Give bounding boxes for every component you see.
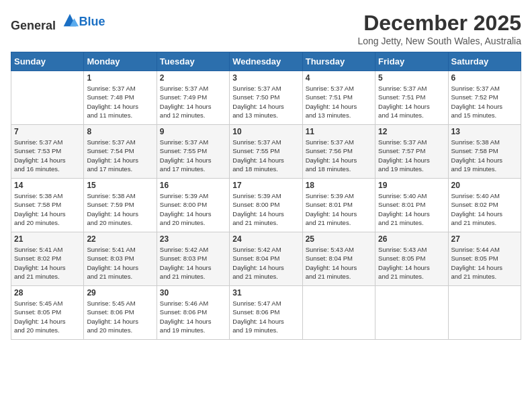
day-number: 16 (160, 181, 226, 190)
day-number: 11 (306, 127, 372, 136)
calendar-cell: 9Sunrise: 5:37 AM Sunset: 7:55 PM Daylig… (157, 125, 229, 179)
calendar-cell: 17Sunrise: 5:39 AM Sunset: 8:00 PM Dayli… (230, 179, 302, 232)
day-number: 12 (378, 127, 445, 136)
day-info: Sunrise: 5:37 AM Sunset: 7:51 PM Dayligh… (306, 84, 372, 120)
day-info: Sunrise: 5:37 AM Sunset: 7:50 PM Dayligh… (232, 84, 299, 120)
day-info: Sunrise: 5:37 AM Sunset: 7:54 PM Dayligh… (87, 138, 153, 173)
calendar-cell (11, 71, 84, 125)
calendar-cell: 20Sunrise: 5:40 AM Sunset: 8:02 PM Dayli… (448, 179, 521, 232)
day-info: Sunrise: 5:37 AM Sunset: 7:48 PM Dayligh… (87, 84, 153, 120)
day-info: Sunrise: 5:41 AM Sunset: 8:03 PM Dayligh… (87, 245, 153, 281)
day-number: 30 (160, 288, 226, 298)
month-title: December 2025 (357, 11, 521, 36)
calendar-cell (302, 286, 375, 340)
day-number: 7 (14, 127, 81, 136)
calendar-cell: 21Sunrise: 5:41 AM Sunset: 8:02 PM Dayli… (11, 232, 84, 286)
calendar-cell: 13Sunrise: 5:38 AM Sunset: 7:58 PM Dayli… (448, 125, 521, 179)
calendar-week-row: 28Sunrise: 5:45 AM Sunset: 8:05 PM Dayli… (11, 286, 521, 340)
day-number: 31 (232, 288, 299, 298)
day-info: Sunrise: 5:42 AM Sunset: 8:04 PM Dayligh… (232, 245, 299, 281)
day-number: 27 (451, 234, 518, 244)
day-info: Sunrise: 5:40 AM Sunset: 8:02 PM Dayligh… (451, 191, 518, 227)
day-info: Sunrise: 5:37 AM Sunset: 7:53 PM Dayligh… (14, 138, 81, 173)
day-number: 25 (306, 234, 372, 244)
calendar-cell: 16Sunrise: 5:39 AM Sunset: 8:00 PM Dayli… (157, 179, 229, 232)
calendar-cell: 27Sunrise: 5:44 AM Sunset: 8:05 PM Dayli… (448, 232, 521, 286)
day-info: Sunrise: 5:37 AM Sunset: 7:55 PM Dayligh… (232, 138, 299, 173)
day-number: 1 (87, 73, 153, 83)
calendar-week-row: 21Sunrise: 5:41 AM Sunset: 8:02 PM Dayli… (11, 232, 521, 286)
calendar-cell: 23Sunrise: 5:42 AM Sunset: 8:03 PM Dayli… (157, 232, 229, 286)
calendar-cell: 19Sunrise: 5:40 AM Sunset: 8:01 PM Dayli… (375, 179, 448, 232)
day-info: Sunrise: 5:37 AM Sunset: 7:49 PM Dayligh… (160, 84, 226, 120)
day-info: Sunrise: 5:39 AM Sunset: 8:00 PM Dayligh… (232, 191, 299, 227)
day-number: 6 (451, 73, 518, 83)
day-number: 18 (306, 181, 372, 190)
calendar-cell: 14Sunrise: 5:38 AM Sunset: 7:58 PM Dayli… (11, 179, 84, 232)
day-number: 17 (232, 181, 299, 190)
day-number: 13 (451, 127, 518, 136)
calendar-cell: 26Sunrise: 5:43 AM Sunset: 8:05 PM Dayli… (375, 232, 448, 286)
day-number: 20 (451, 181, 518, 190)
calendar-weekday-header: Tuesday (157, 52, 229, 71)
day-number: 9 (160, 127, 226, 136)
day-info: Sunrise: 5:42 AM Sunset: 8:03 PM Dayligh… (160, 245, 226, 281)
calendar-cell: 3Sunrise: 5:37 AM Sunset: 7:50 PM Daylig… (230, 71, 302, 125)
calendar-cell: 22Sunrise: 5:41 AM Sunset: 8:03 PM Dayli… (84, 232, 157, 286)
logo-blue: Blue (79, 15, 105, 28)
day-info: Sunrise: 5:38 AM Sunset: 7:58 PM Dayligh… (451, 138, 518, 173)
calendar-cell: 12Sunrise: 5:37 AM Sunset: 7:57 PM Dayli… (375, 125, 448, 179)
calendar-cell: 10Sunrise: 5:37 AM Sunset: 7:55 PM Dayli… (230, 125, 302, 179)
day-number: 8 (87, 127, 153, 136)
calendar-cell: 28Sunrise: 5:45 AM Sunset: 8:05 PM Dayli… (11, 286, 84, 340)
calendar-cell: 18Sunrise: 5:39 AM Sunset: 8:01 PM Dayli… (302, 179, 375, 232)
day-number: 19 (378, 181, 445, 190)
page-header: General Blue December 2025 Long Jetty, N… (11, 11, 521, 46)
calendar-week-row: 1Sunrise: 5:37 AM Sunset: 7:48 PM Daylig… (11, 71, 521, 125)
logo: General Blue (11, 11, 105, 33)
calendar-week-row: 7Sunrise: 5:37 AM Sunset: 7:53 PM Daylig… (11, 125, 521, 179)
day-number: 3 (232, 73, 299, 83)
day-info: Sunrise: 5:38 AM Sunset: 7:58 PM Dayligh… (14, 191, 81, 227)
logo-icon (60, 11, 79, 30)
calendar-cell (375, 286, 448, 340)
calendar-cell: 11Sunrise: 5:37 AM Sunset: 7:56 PM Dayli… (302, 125, 375, 179)
day-info: Sunrise: 5:38 AM Sunset: 7:59 PM Dayligh… (87, 191, 153, 227)
calendar-weekday-header: Sunday (11, 52, 84, 71)
calendar-cell: 2Sunrise: 5:37 AM Sunset: 7:49 PM Daylig… (157, 71, 229, 125)
day-info: Sunrise: 5:39 AM Sunset: 8:00 PM Dayligh… (160, 191, 226, 227)
calendar-week-row: 14Sunrise: 5:38 AM Sunset: 7:58 PM Dayli… (11, 179, 521, 232)
day-number: 29 (87, 288, 153, 298)
calendar-cell: 8Sunrise: 5:37 AM Sunset: 7:54 PM Daylig… (84, 125, 157, 179)
day-number: 22 (87, 234, 153, 244)
day-info: Sunrise: 5:43 AM Sunset: 8:05 PM Dayligh… (378, 245, 445, 281)
calendar-cell: 29Sunrise: 5:45 AM Sunset: 8:06 PM Dayli… (84, 286, 157, 340)
day-info: Sunrise: 5:45 AM Sunset: 8:06 PM Dayligh… (87, 299, 153, 334)
calendar-cell: 24Sunrise: 5:42 AM Sunset: 8:04 PM Dayli… (230, 232, 302, 286)
day-info: Sunrise: 5:46 AM Sunset: 8:06 PM Dayligh… (160, 299, 226, 334)
calendar-weekday-header: Wednesday (230, 52, 302, 71)
day-number: 23 (160, 234, 226, 244)
calendar-cell: 7Sunrise: 5:37 AM Sunset: 7:53 PM Daylig… (11, 125, 84, 179)
calendar-cell: 15Sunrise: 5:38 AM Sunset: 7:59 PM Dayli… (84, 179, 157, 232)
calendar-cell: 25Sunrise: 5:43 AM Sunset: 8:04 PM Dayli… (302, 232, 375, 286)
day-number: 21 (14, 234, 81, 244)
day-number: 24 (232, 234, 299, 244)
calendar-cell: 6Sunrise: 5:37 AM Sunset: 7:52 PM Daylig… (448, 71, 521, 125)
calendar-cell: 5Sunrise: 5:37 AM Sunset: 7:51 PM Daylig… (375, 71, 448, 125)
calendar-cell: 31Sunrise: 5:47 AM Sunset: 8:06 PM Dayli… (230, 286, 302, 340)
day-number: 28 (14, 288, 81, 298)
day-number: 15 (87, 181, 153, 190)
day-info: Sunrise: 5:37 AM Sunset: 7:56 PM Dayligh… (306, 138, 372, 173)
calendar-weekday-header: Thursday (302, 52, 375, 71)
day-info: Sunrise: 5:44 AM Sunset: 8:05 PM Dayligh… (451, 245, 518, 281)
day-number: 4 (306, 73, 372, 83)
day-number: 2 (160, 73, 226, 83)
day-info: Sunrise: 5:40 AM Sunset: 8:01 PM Dayligh… (378, 191, 445, 227)
day-info: Sunrise: 5:41 AM Sunset: 8:02 PM Dayligh… (14, 245, 81, 281)
calendar-weekday-header: Saturday (448, 52, 521, 71)
calendar-weekday-header: Monday (84, 52, 157, 71)
day-info: Sunrise: 5:39 AM Sunset: 8:01 PM Dayligh… (306, 191, 372, 227)
calendar-table: SundayMondayTuesdayWednesdayThursdayFrid… (11, 52, 521, 340)
location: Long Jetty, New South Wales, Australia (357, 36, 521, 46)
